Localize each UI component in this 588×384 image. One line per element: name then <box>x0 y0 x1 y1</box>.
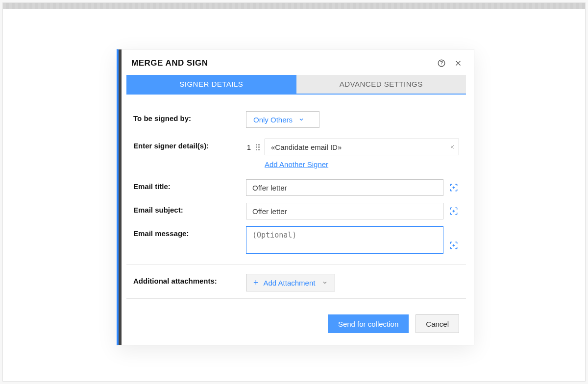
insert-field-icon[interactable] <box>448 240 459 251</box>
signer-email-input[interactable] <box>265 139 459 155</box>
signer-index: 1 <box>246 143 251 151</box>
label-to-be-signed-by: To be signed by: <box>133 111 246 122</box>
tab-label: ADVANCED SETTINGS <box>340 80 423 88</box>
email-message-textarea[interactable] <box>246 226 443 254</box>
row-additional-attachments: Additional attachments: + Add Attachment <box>133 274 459 291</box>
add-attachment-label: Add Attachment <box>264 279 316 287</box>
label-email-message: Email message: <box>133 226 246 238</box>
tab-advanced-settings[interactable]: ADVANCED SETTINGS <box>296 75 466 94</box>
label-additional-attachments: Additional attachments: <box>133 274 246 285</box>
close-icon[interactable] <box>453 58 463 68</box>
label-email-subject: Email subject: <box>133 203 246 214</box>
email-subject-input[interactable] <box>246 203 443 219</box>
help-icon[interactable] <box>437 58 446 68</box>
dialog-footer: Send for collection Cancel <box>119 306 474 345</box>
drag-handle-icon[interactable] <box>256 144 260 150</box>
label-enter-signer-details: Enter signer detail(s): <box>133 139 246 150</box>
label-email-title: Email title: <box>133 179 246 191</box>
row-email-subject: Email subject: <box>133 203 459 219</box>
plus-icon: + <box>253 278 259 288</box>
merge-and-sign-dialog: MERGE AND SIGN SIGNER DETAIL <box>117 49 474 345</box>
row-enter-signer-details: Enter signer detail(s): 1 <box>133 139 459 168</box>
attachments-area: Additional attachments: + Add Attachment <box>119 272 474 291</box>
chevron-down-icon <box>322 280 328 286</box>
tab-signer-details[interactable]: SIGNER DETAILS <box>126 75 296 94</box>
insert-field-icon[interactable] <box>448 182 459 193</box>
email-title-input[interactable] <box>246 179 443 196</box>
dialog-header: MERGE AND SIGN <box>119 49 474 75</box>
add-attachment-button[interactable]: + Add Attachment <box>246 274 335 291</box>
page-frame: MERGE AND SIGN SIGNER DETAIL <box>2 2 586 382</box>
tab-bar: SIGNER DETAILS ADVANCED SETTINGS <box>126 75 466 94</box>
row-email-title: Email title: <box>133 179 459 196</box>
divider <box>126 298 466 299</box>
cancel-button[interactable]: Cancel <box>416 314 459 333</box>
dialog-title: MERGE AND SIGN <box>131 58 437 68</box>
row-email-message: Email message: <box>133 226 459 254</box>
chevron-down-icon <box>298 117 304 122</box>
row-to-be-signed-by: To be signed by: Only Others <box>133 111 459 128</box>
svg-point-1 <box>441 65 441 65</box>
send-for-collection-button[interactable]: Send for collection <box>328 314 409 333</box>
decorative-top-band <box>3 3 585 9</box>
form-area: To be signed by: Only Others Enter signe… <box>119 95 474 254</box>
divider <box>126 264 466 265</box>
insert-field-icon[interactable] <box>448 206 459 216</box>
signer-type-select[interactable]: Only Others <box>246 111 319 128</box>
dialog-accent-bar <box>119 49 122 345</box>
tab-label: SIGNER DETAILS <box>179 80 243 88</box>
signer-type-value: Only Others <box>253 116 293 124</box>
clear-signer-icon[interactable] <box>449 144 455 150</box>
add-another-signer-link[interactable]: Add Another Signer <box>265 160 328 168</box>
